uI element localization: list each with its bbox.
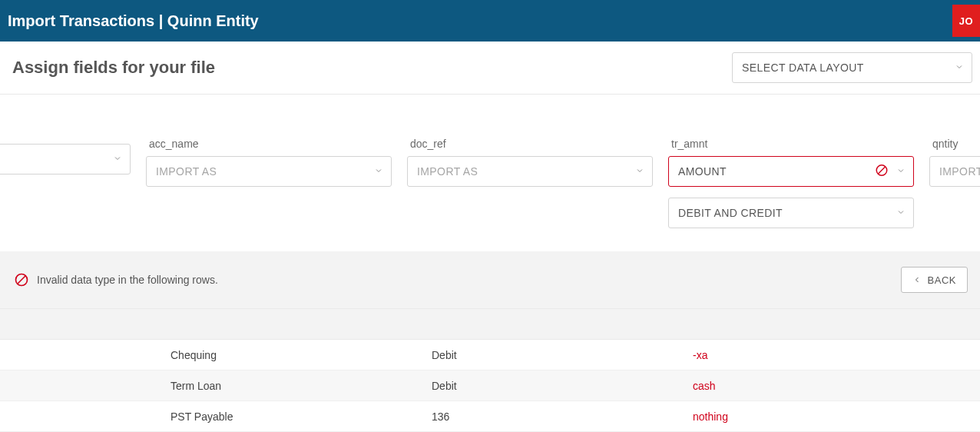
cell-acc-name: PST Payable bbox=[166, 410, 427, 423]
cell-doc-ref: Debit bbox=[427, 349, 688, 361]
column-label: acc_name bbox=[146, 138, 392, 150]
subheader-title: Assign fields for your file bbox=[12, 58, 215, 78]
column-select-value: IMPORT AS bbox=[417, 165, 478, 178]
column-label: tr_amnt bbox=[668, 138, 914, 150]
page-title: Import Transactions | Quinn Entity bbox=[8, 12, 259, 30]
column-acc-name: acc_name IMPORT AS bbox=[146, 138, 392, 228]
column-select-value: DEBIT AND CREDIT bbox=[678, 207, 783, 219]
back-button[interactable]: BACK bbox=[901, 267, 968, 293]
chevron-down-icon bbox=[955, 61, 964, 74]
select-data-layout[interactable]: SELECT DATA LAYOUT bbox=[732, 52, 972, 83]
column-label: qntity bbox=[929, 138, 980, 150]
back-button-label: BACK bbox=[928, 274, 956, 286]
cell-doc-ref: Debit bbox=[427, 380, 688, 392]
avatar[interactable]: JO bbox=[952, 5, 980, 37]
column-select-tr-amnt[interactable]: AMOUNT bbox=[668, 156, 914, 187]
column-qntity: qntity IMPORT AS bbox=[929, 138, 980, 228]
column-select-acc-name[interactable]: IMPORT AS bbox=[146, 156, 392, 187]
chevron-left-icon bbox=[912, 275, 922, 284]
status-bar: Invalid data type in the following rows.… bbox=[0, 251, 980, 309]
chevron-down-icon bbox=[374, 165, 383, 178]
chevron-down-icon bbox=[635, 165, 644, 178]
column-tr-amnt: tr_amnt AMOUNT DEBIT AND CREDIT bbox=[668, 138, 914, 228]
column-pre bbox=[0, 138, 131, 228]
cell-tr-amnt: -xa bbox=[688, 349, 949, 361]
cell-acc-name: Term Loan bbox=[166, 380, 427, 392]
table-header-blank bbox=[0, 309, 980, 340]
chevron-down-icon bbox=[896, 165, 906, 178]
column-select-qntity[interactable]: IMPORT AS bbox=[929, 156, 980, 187]
column-select-value: IMPORT AS bbox=[939, 165, 980, 178]
cell-tr-amnt: nothing bbox=[688, 410, 949, 423]
subheader: Assign fields for your file SELECT DATA … bbox=[0, 42, 980, 95]
column-select-doc-ref[interactable]: IMPORT AS bbox=[407, 156, 653, 187]
status-message: Invalid data type in the following rows. bbox=[37, 274, 218, 286]
chevron-down-icon bbox=[896, 207, 906, 219]
table-row: Term Loan Debit cash bbox=[0, 371, 980, 401]
cell-tr-amnt: cash bbox=[688, 380, 949, 392]
svg-line-1 bbox=[879, 167, 886, 174]
column-select-tr-amnt-type[interactable]: DEBIT AND CREDIT bbox=[668, 198, 914, 228]
error-icon bbox=[14, 272, 29, 287]
column-doc-ref: doc_ref IMPORT AS bbox=[407, 138, 653, 228]
error-icon bbox=[875, 164, 889, 180]
column-select-value: IMPORT AS bbox=[156, 165, 217, 178]
error-rows-table: Chequing Debit -xa Term Loan Debit cash … bbox=[0, 340, 980, 432]
column-label: doc_ref bbox=[407, 138, 653, 150]
table-row: Chequing Debit -xa bbox=[0, 340, 980, 371]
svg-line-3 bbox=[18, 276, 25, 284]
field-mapping-area: acc_name IMPORT AS doc_ref IMPORT AS tr_… bbox=[0, 95, 980, 251]
chevron-down-icon bbox=[113, 153, 122, 165]
status-message-wrap: Invalid data type in the following rows. bbox=[14, 272, 218, 287]
cell-acc-name: Chequing bbox=[166, 349, 427, 361]
column-select-value: AMOUNT bbox=[678, 165, 727, 178]
table-row: PST Payable 136 nothing bbox=[0, 401, 980, 432]
column-select-pre[interactable] bbox=[0, 144, 131, 174]
select-data-layout-label: SELECT DATA LAYOUT bbox=[742, 61, 864, 74]
cell-doc-ref: 136 bbox=[427, 410, 688, 423]
app-header: Import Transactions | Quinn Entity JO bbox=[0, 0, 980, 42]
